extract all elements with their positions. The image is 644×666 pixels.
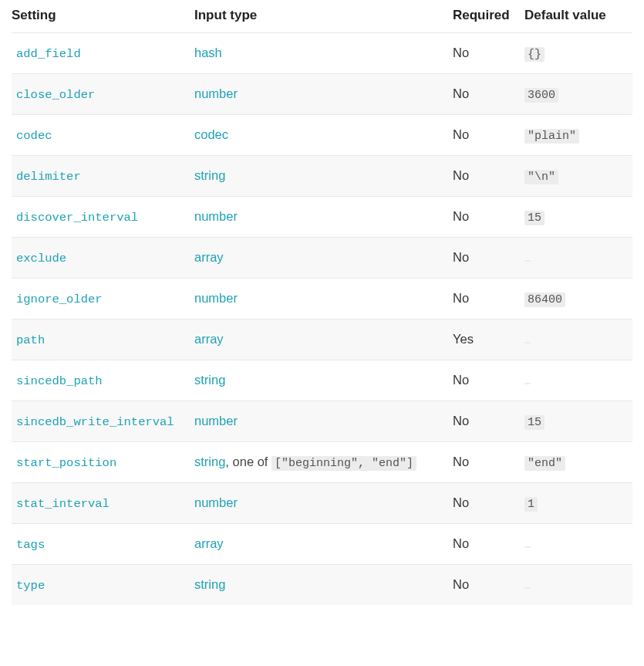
required-cell: No — [453, 46, 524, 61]
default-value-code — [524, 546, 531, 548]
table-row: ignore_oldernumberNo86400 — [12, 278, 632, 319]
required-cell: No — [453, 291, 524, 306]
table-row: sincedb_write_intervalnumberNo15 — [12, 401, 632, 441]
type-link[interactable]: array — [194, 536, 224, 550]
required-cell: No — [453, 373, 524, 388]
default-value-code: "\n" — [524, 170, 558, 184]
type-link[interactable]: number — [194, 495, 238, 509]
setting-link[interactable]: exclude — [16, 252, 66, 265]
table-row: discover_intervalnumberNo15 — [12, 196, 632, 237]
table-row: stat_intervalnumberNo1 — [12, 482, 632, 523]
setting-link[interactable]: tags — [16, 538, 45, 552]
required-cell: No — [453, 577, 524, 593]
default-value-code: 15 — [524, 211, 545, 225]
type-link[interactable]: string — [194, 168, 225, 182]
table-row: tagsarrayNo — [12, 523, 632, 564]
default-value-code: {} — [524, 47, 545, 62]
type-enum-code: ["beginning", "end"] — [271, 456, 416, 471]
table-row: excludearrayNo — [12, 237, 632, 278]
type-link[interactable]: number — [194, 291, 238, 305]
header-required: Required — [453, 8, 524, 23]
setting-link[interactable]: sincedb_write_interval — [16, 415, 174, 429]
required-cell: No — [453, 86, 524, 102]
setting-link[interactable]: stat_interval — [16, 497, 110, 511]
required-cell: No — [453, 536, 524, 552]
type-link[interactable]: string — [194, 577, 225, 591]
required-cell: No — [453, 495, 524, 511]
type-link[interactable]: codec — [194, 127, 228, 141]
table-row: typestringNo — [12, 564, 632, 605]
setting-link[interactable]: sincedb_path — [16, 374, 103, 388]
type-suffix: , one of — [225, 455, 271, 468]
default-value-code: "end" — [524, 456, 565, 471]
default-value-code — [524, 383, 531, 384]
default-value-code: 86400 — [524, 292, 565, 307]
default-value-code: 1 — [524, 497, 538, 512]
header-default: Default value — [524, 8, 632, 23]
required-cell: No — [453, 168, 524, 184]
default-value-code — [524, 260, 531, 262]
required-cell: No — [453, 250, 524, 265]
default-value-code — [524, 587, 531, 589]
required-cell: No — [453, 209, 524, 225]
setting-link[interactable]: codec — [16, 129, 52, 143]
table-header-row: Setting Input type Required Default valu… — [12, 0, 632, 32]
required-cell: No — [453, 127, 524, 143]
setting-link[interactable]: add_field — [16, 47, 81, 61]
type-link[interactable]: number — [194, 209, 238, 223]
setting-link[interactable]: ignore_older — [16, 292, 103, 306]
type-link[interactable]: number — [194, 414, 238, 428]
table-row: delimiterstringNo"\n" — [12, 155, 632, 196]
default-value-code: 3600 — [524, 88, 558, 103]
type-link[interactable]: number — [194, 86, 238, 100]
header-setting: Setting — [12, 8, 194, 23]
default-value-code: "plain" — [524, 129, 579, 144]
table-row: patharrayYes — [12, 319, 632, 360]
table-row: add_fieldhashNo{} — [12, 32, 632, 73]
type-link[interactable]: hash — [194, 46, 222, 59]
type-link[interactable]: string — [194, 455, 225, 468]
setting-link[interactable]: discover_interval — [16, 211, 138, 225]
setting-link[interactable]: path — [16, 333, 45, 347]
setting-link[interactable]: delimiter — [16, 170, 81, 184]
type-link[interactable]: array — [194, 332, 224, 346]
table-row: start_positionstring, one of ["beginning… — [12, 441, 632, 482]
required-cell: No — [453, 414, 524, 429]
default-value-code — [524, 342, 531, 343]
settings-table: Setting Input type Required Default valu… — [0, 0, 644, 605]
table-row: sincedb_pathstringNo — [12, 360, 632, 401]
setting-link[interactable]: close_older — [16, 88, 95, 102]
type-link[interactable]: array — [194, 250, 224, 264]
default-value-code: 15 — [524, 415, 545, 430]
type-link[interactable]: string — [194, 373, 225, 387]
required-cell: Yes — [453, 332, 524, 347]
required-cell: No — [453, 455, 524, 470]
table-row: close_oldernumberNo3600 — [12, 73, 632, 114]
setting-link[interactable]: start_position — [16, 456, 116, 470]
header-type: Input type — [194, 8, 453, 23]
setting-link[interactable]: type — [16, 579, 45, 593]
table-row: codeccodecNo"plain" — [12, 114, 632, 155]
